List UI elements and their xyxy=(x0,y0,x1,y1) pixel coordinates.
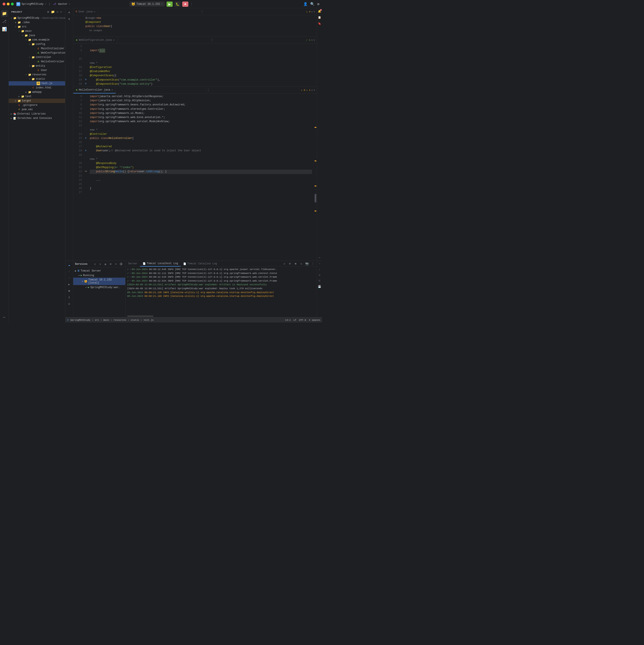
close-sidebar-icon[interactable]: ✕ xyxy=(56,10,59,14)
maximize-button[interactable] xyxy=(11,3,14,5)
settings-icon[interactable]: ⚙ xyxy=(317,2,319,6)
stop-services-icon[interactable]: ■ xyxy=(66,288,72,294)
tab-server[interactable]: Server xyxy=(126,261,140,266)
info-icon[interactable]: ℹ xyxy=(66,294,72,300)
tab-tomcat-localhost-log[interactable]: 📄 Tomcat Localhost Log xyxy=(140,261,181,266)
close-tab-user-java-icon[interactable]: ✕ xyxy=(94,10,96,13)
chevron-down-icon[interactable]: ▾ xyxy=(45,3,46,5)
nav-up-icon[interactable]: ∧ xyxy=(311,38,313,41)
scroll-down-services-icon[interactable]: ↓ xyxy=(66,275,72,281)
restart-icon[interactable]: ↻ xyxy=(299,261,304,266)
close-button[interactable] xyxy=(3,3,5,5)
new-file-icon[interactable]: ⊕ xyxy=(47,10,50,14)
run-services-icon[interactable]: ▶ xyxy=(66,281,72,287)
tab-user-java[interactable]: C User.java ✕ xyxy=(73,9,98,15)
bookmarks-icon[interactable]: 🔖 xyxy=(317,21,322,26)
tree-item-java[interactable]: ▾ 📁 java xyxy=(9,33,65,38)
more-tools-icon[interactable]: ⋯ xyxy=(1,314,8,321)
tree-item-gitignore[interactable]: G .gitignore xyxy=(9,103,65,108)
tree-item-main[interactable]: ▾ 📁 main xyxy=(9,29,65,33)
close-tab-hello-controller-icon[interactable]: ✕ xyxy=(112,88,113,91)
nav-up-icon[interactable]: ∧ xyxy=(311,10,313,13)
search-icon[interactable]: 🔍 xyxy=(310,2,315,6)
sidebar-options-icon[interactable]: ⋯ xyxy=(60,10,62,14)
nav-down-icon[interactable]: ∨ xyxy=(314,88,315,91)
tree-item-root[interactable]: ▾ 📁 SpringMVCStudy ~/Desktop/CS/JavaEI xyxy=(9,16,65,20)
tree-item-target[interactable]: ▶ 📁 target xyxy=(9,98,65,103)
service-item-tomcat-local[interactable]: ▾ 🐱 Tomcat 10.1.232 [local] xyxy=(73,278,125,285)
minimize-button[interactable] xyxy=(7,3,10,5)
tree-item-hello-controller[interactable]: ☘ HelloController xyxy=(9,59,65,64)
indent-settings[interactable]: 4 spaces xyxy=(309,319,320,321)
undo-icon[interactable]: ↩ xyxy=(317,255,322,260)
problems-icon[interactable]: 📋 xyxy=(317,15,322,20)
scroll-down-log-icon[interactable]: ↓ xyxy=(317,267,322,272)
new-folder-icon[interactable]: 📁 xyxy=(50,10,55,14)
nav-down-icon[interactable]: ∨ xyxy=(314,10,315,13)
scroll-up-icon[interactable]: ▲ xyxy=(66,9,72,15)
tree-item-com-example[interactable]: ▾ 📁 com.example xyxy=(9,38,65,42)
stop-button[interactable]: ■ xyxy=(182,2,188,7)
tree-item-entity[interactable]: ▾ 📁 entity xyxy=(9,64,65,68)
more-tabs-icon[interactable]: ⋮ xyxy=(199,9,206,15)
screenshot-icon[interactable]: 📷 xyxy=(305,261,309,266)
copy-log-icon[interactable]: ⎘ xyxy=(317,279,322,283)
services-icon[interactable]: ☁ xyxy=(66,262,72,268)
filter-icon[interactable]: ⊠ xyxy=(108,262,113,266)
nav-down-icon[interactable]: ∨ xyxy=(314,38,315,41)
collapse-icon[interactable]: ∧ xyxy=(93,262,98,266)
tree-item-idea[interactable]: ▶ 📁 .idea xyxy=(9,20,65,25)
tree-item-src[interactable]: ▾ 📁 src xyxy=(9,25,65,29)
save-log-icon[interactable]: 💾 xyxy=(317,284,322,289)
more-run-options-icon[interactable]: ⋮ xyxy=(190,2,193,6)
tree-item-static[interactable]: ▾ 📁 static xyxy=(9,77,65,81)
git-branch-indicator[interactable]: V xyxy=(67,319,68,321)
close-tab-web-config-icon[interactable]: ✕ xyxy=(113,38,115,41)
view-icon[interactable]: ◉ xyxy=(103,262,108,266)
more-tabs-icon[interactable]: ⋮ xyxy=(208,37,215,43)
service-item-tomcat-server[interactable]: ▶ 🖥 Tomcat Server xyxy=(73,268,125,273)
tree-item-main-initializer[interactable]: C MainInitializer xyxy=(9,46,65,51)
tree-item-index-html[interactable]: H index.html xyxy=(9,85,65,90)
tab-web-config[interactable]: ☘ WebConfiguration.java ✕ xyxy=(73,37,118,43)
tree-item-web-configuration[interactable]: ☘ WebConfiguration xyxy=(9,51,65,55)
refresh-icon[interactable]: ↺ xyxy=(282,261,287,266)
tab-tomcat-catalina-log[interactable]: 📄 Tomcat Catalina Log xyxy=(181,261,219,266)
notifications-icon[interactable]: 🔔 ! xyxy=(317,9,322,13)
scroll-up-log-icon[interactable]: ↑ xyxy=(317,262,322,266)
tab-hello-controller[interactable]: ☘ HelloController.java ✕ xyxy=(73,87,116,93)
tree-item-config[interactable]: ▾ 📁 config xyxy=(9,42,65,46)
group-icon[interactable]: ≡ xyxy=(114,262,118,266)
tree-item-pom-xml[interactable]: M pom.xml xyxy=(9,108,65,112)
log-more-icon[interactable]: ⋮ xyxy=(310,261,315,266)
scroll-up-services-icon[interactable]: ↑ xyxy=(66,268,72,274)
service-item-war-deploy[interactable]: ✓ ▶ SpringMVCStudy:war exploded [Synchro… xyxy=(73,285,125,290)
tree-item-webapp[interactable]: ▶ 📁 webapp xyxy=(9,90,65,94)
expand-icon[interactable]: ∨ xyxy=(98,262,103,266)
clear-log-icon[interactable]: ⊠ xyxy=(288,261,292,266)
debug-button[interactable]: 🐛 xyxy=(174,2,181,7)
tree-item-scratches[interactable]: ▶ 📝 Scratches and Consoles xyxy=(9,116,65,121)
tree-item-controller[interactable]: ▾ 📁 controller xyxy=(9,55,65,59)
run-button[interactable]: ▶ xyxy=(167,2,173,7)
settings-services-icon[interactable]: ⚙ xyxy=(66,301,72,307)
project-view-icon[interactable]: 📁 xyxy=(1,10,8,17)
user-icon[interactable]: 👤 xyxy=(303,2,308,6)
tree-item-test[interactable]: ▶ 📁 test xyxy=(9,94,65,98)
log-scrollbar[interactable] xyxy=(126,315,317,317)
editor-scrollbar[interactable] xyxy=(314,93,317,261)
tree-item-resources[interactable]: ▾ 📁 resources xyxy=(9,72,65,77)
tree-item-external-libraries[interactable]: ▶ 📚 External Libraries xyxy=(9,112,65,116)
service-item-running[interactable]: ▾ ▶ Running xyxy=(73,273,125,278)
stop-log-icon[interactable]: ■ xyxy=(293,261,298,266)
nav-up-icon[interactable]: ∧ xyxy=(311,88,313,91)
align-icon[interactable]: ≡ xyxy=(317,273,322,277)
run-config-chevron-icon[interactable]: ▾ xyxy=(161,3,163,5)
more-tabs-icon[interactable]: ⋮ xyxy=(205,87,212,93)
add-service-icon[interactable]: ➕ xyxy=(119,262,124,266)
tree-item-test-js[interactable]: JS test.js xyxy=(9,81,65,85)
scroll-down-icon[interactable]: ▼ xyxy=(66,16,72,22)
tree-item-user[interactable]: C User xyxy=(9,68,65,72)
git-icon[interactable]: ⎇ xyxy=(1,18,8,25)
branch-chevron-icon[interactable]: ▾ xyxy=(69,3,70,5)
